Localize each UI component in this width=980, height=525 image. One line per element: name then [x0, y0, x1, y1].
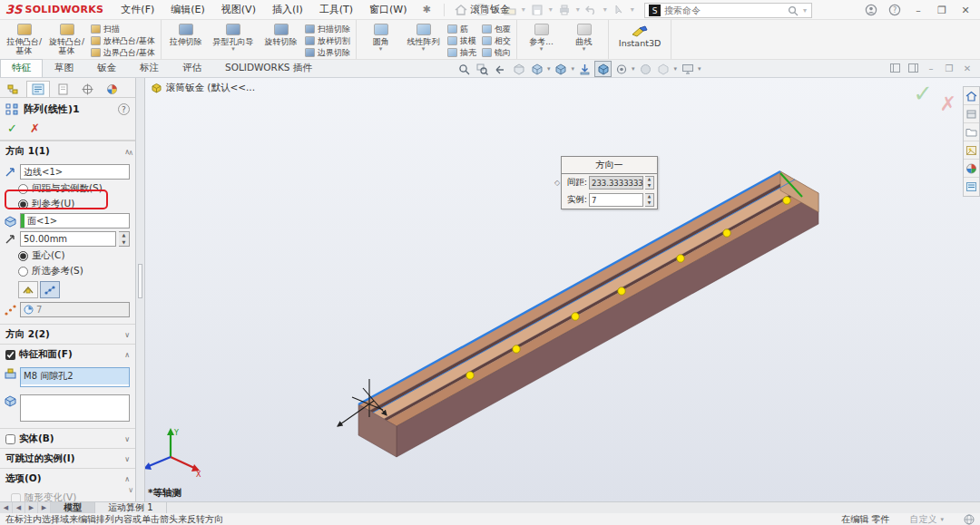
open-caret-icon[interactable]: ▾ [522, 5, 525, 14]
part-tree-root[interactable]: 滚筒钣金 (默认<<... [151, 82, 255, 94]
boundary-cut-button[interactable]: 边界切除 [305, 47, 350, 58]
model-3d-render[interactable]: Y X Z [145, 78, 980, 501]
curves-caret-icon[interactable]: ▾ [583, 46, 586, 53]
undo-caret-icon[interactable]: ▾ [603, 5, 607, 14]
radio-up-to-reference[interactable]: 到参考(U) [18, 198, 130, 210]
menu-edit[interactable]: 编辑(E) [162, 0, 213, 20]
new-document-icon[interactable] [474, 2, 492, 18]
radio-selected-reference[interactable]: 所选参考(S) [18, 265, 130, 277]
callout-instances-spinner[interactable]: ▲▼ [645, 193, 654, 207]
undo-icon[interactable] [583, 2, 601, 18]
tab-scroll-next-icon[interactable]: ▶ [25, 502, 38, 513]
doc-minimize-button[interactable]: – [924, 62, 938, 74]
normal-to-icon[interactable] [576, 61, 593, 77]
shell-button[interactable]: 抽壳 [447, 47, 476, 58]
direction1-header[interactable]: 方向 1(1) ∧ [0, 141, 135, 160]
edit-appearance-icon[interactable] [637, 61, 654, 77]
minimize-button[interactable]: – [907, 1, 929, 19]
open-icon[interactable] [501, 2, 519, 18]
close-button[interactable]: ✕ [955, 1, 976, 19]
taskpane-custom-properties-icon[interactable] [964, 178, 979, 196]
sweep-cut-button[interactable]: 扫描切除 [305, 24, 350, 34]
search-caret-icon[interactable]: ▾ [803, 6, 807, 15]
zoom-area-icon[interactable] [474, 61, 491, 77]
fillet-button[interactable]: 圆角 ▾ [359, 22, 402, 53]
print-caret-icon[interactable]: ▾ [576, 5, 580, 14]
tab-solidworks-addins[interactable]: SOLIDWORKS 插件 [213, 59, 324, 77]
tab-displaymanager[interactable] [100, 81, 123, 97]
hole-wizard-caret-icon[interactable]: ▾ [231, 46, 235, 53]
confirm-ok-icon[interactable]: ✓ [913, 80, 933, 107]
skipped-instances-header[interactable]: 可跳过的实例(I) ∨ [0, 448, 135, 468]
direction2-header[interactable]: 方向 2(2) ∨ [0, 324, 135, 344]
tab-annotation[interactable]: 标注 [128, 59, 171, 77]
splitter-grip[interactable] [138, 264, 142, 298]
select-icon[interactable] [610, 2, 628, 18]
menu-insert[interactable]: 插入(I) [264, 0, 311, 20]
menu-pin-icon[interactable]: ✱ [416, 4, 438, 15]
user-account-icon[interactable] [860, 1, 882, 19]
taskpane-appearances-icon[interactable] [964, 160, 979, 178]
zoom-fit-icon[interactable] [456, 61, 473, 77]
tab-scroll-first-icon[interactable]: ◀ [0, 502, 13, 513]
loft-boss-button[interactable]: 放样凸台/基体 [91, 35, 155, 46]
panel-help-icon[interactable]: ? [118, 103, 130, 115]
linear-pattern-button[interactable]: 线性阵列 ▾ [402, 22, 445, 53]
menu-file[interactable]: 文件(F) [113, 0, 162, 20]
rib-button[interactable]: 筋 [447, 24, 476, 34]
view-settings-icon[interactable] [679, 61, 696, 77]
restore-button[interactable]: ❐ [931, 1, 953, 19]
radio-selected-reference-input[interactable] [18, 267, 28, 277]
callout-instances-value[interactable]: 7 [589, 193, 643, 207]
graphics-viewport[interactable]: Y X Z 滚筒钣金 (默认<<... ◇ 方向一 间距: 233.333333… [145, 78, 980, 501]
direction1-edge-field[interactable]: 边线<1> [20, 164, 130, 180]
previous-view-icon[interactable] [492, 61, 509, 77]
skipped-collapse-icon[interactable]: ∨ [124, 455, 130, 463]
direction1-callout[interactable]: ◇ 方向一 间距: 233.33333333mm ▲▼ 实例: 7 ▲▼ [561, 156, 658, 209]
display-style-caret-icon[interactable]: ▾ [572, 65, 575, 73]
reference-geometry-button[interactable]: 参考... ▾ [520, 22, 563, 53]
loft-cut-button[interactable]: 放样切割 [305, 35, 350, 46]
toggle-instances-button[interactable] [40, 281, 60, 298]
taskpane-design-library-icon[interactable] [964, 105, 979, 123]
bodies-collapse-icon[interactable]: ∨ [124, 435, 130, 443]
tab-sketch[interactable]: 草图 [43, 59, 85, 77]
doc-restore-button[interactable]: ❐ [942, 62, 956, 74]
draft-button[interactable]: 拔模 [447, 35, 476, 46]
offset-spinner[interactable]: ▲▼ [119, 231, 130, 247]
doc-close-button[interactable]: ✕ [960, 62, 975, 74]
search-icon[interactable] [788, 5, 799, 16]
extrude-boss-button[interactable]: 拉伸凸台/基体 [3, 22, 45, 56]
callout-spacing-value[interactable]: 233.33333333mm [589, 176, 643, 190]
options-collapse-icon[interactable]: ∧ [124, 475, 130, 483]
faces-list[interactable] [20, 394, 130, 422]
radio-spacing-instances-input[interactable] [18, 184, 28, 194]
radio-centroid[interactable]: 重心(C) [18, 249, 130, 262]
reverse-direction-icon[interactable] [4, 166, 17, 179]
view-orientation-icon[interactable] [594, 61, 612, 77]
callout-spacing-spinner[interactable]: ▲▼ [645, 176, 654, 190]
tab-evaluate[interactable]: 评估 [171, 59, 213, 77]
doc-pane-left-icon[interactable] [887, 62, 902, 74]
features-faces-collapse-icon[interactable]: ∧ [124, 351, 130, 359]
save-icon[interactable] [528, 2, 546, 18]
extrude-cut-button[interactable]: 拉伸切除 [164, 22, 207, 46]
spin-down-icon[interactable]: ▼ [645, 200, 653, 207]
tab-model[interactable]: 模型 [51, 502, 95, 513]
radio-up-to-reference-input[interactable] [18, 199, 28, 209]
features-list[interactable]: M8 间隙孔2 [20, 367, 130, 387]
taskpane-home-icon[interactable] [964, 87, 979, 105]
tab-sheet-metal[interactable]: 钣金 [85, 59, 128, 77]
panel-scroll-down-icon[interactable]: ∨ [128, 486, 133, 494]
confirm-cancel-icon[interactable]: ✗ [940, 92, 956, 115]
hole-wizard-button[interactable]: 异型孔向导 ▾ [207, 22, 260, 53]
help-icon[interactable]: ? [884, 1, 906, 19]
boundary-boss-button[interactable]: 边界凸台/基体 [91, 47, 155, 58]
sweep-boss-button[interactable]: 扫描 [91, 24, 155, 34]
mirror-button[interactable]: 镜向 [482, 47, 511, 58]
intersect-button[interactable]: 相交 [482, 35, 511, 46]
taskpane-view-palette-icon[interactable] [964, 141, 979, 160]
revolve-cut-button[interactable]: 旋转切除 [260, 22, 302, 46]
new-caret-icon[interactable]: ▾ [495, 5, 498, 14]
tab-dimxpertmanager[interactable] [75, 81, 99, 97]
